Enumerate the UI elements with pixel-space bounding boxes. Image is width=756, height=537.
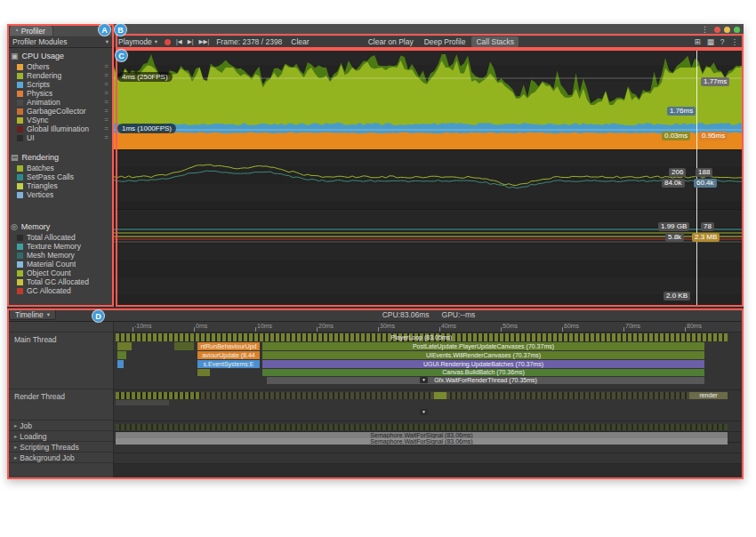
frame-playhead[interactable]: [696, 48, 697, 307]
legend-item-total-allocated[interactable]: Total Allocated: [7, 233, 113, 242]
timeline-bar[interactable]: render: [689, 392, 728, 399]
thread-row-scripting-threads[interactable]: ▸Scripting Threads: [7, 442, 113, 453]
legend-label: Global Illumination: [27, 124, 89, 133]
legend-item-triangles[interactable]: Triangles: [7, 181, 113, 190]
drag-handle-icon[interactable]: =: [104, 99, 109, 106]
timeline-bar[interactable]: Semaphore.WaitForSignal (83.06ms): [116, 432, 728, 438]
timeline-bar[interactable]: PlayerLoop (83.05ms): [116, 333, 728, 341]
legend-item-global-illumination[interactable]: Global Illumination=: [7, 124, 113, 133]
legend-item-physics[interactable]: Physics=: [7, 89, 113, 98]
drag-handle-icon[interactable]: =: [104, 81, 109, 88]
timeline-bar[interactable]: [197, 369, 210, 376]
window-menu-icon[interactable]: ⋮: [701, 26, 709, 34]
deep-profile-toggle[interactable]: Deep Profile: [420, 36, 470, 47]
legend-item-texture-memory[interactable]: Texture Memory: [7, 242, 113, 251]
row-separator: [114, 421, 744, 421]
thread-row-loading[interactable]: ▸Loading: [7, 431, 113, 442]
expand-arrow-icon[interactable]: ▸: [14, 454, 17, 461]
memory-chart[interactable]: 1.99 GB785.8k2.3 MB2.0 KB: [114, 209, 744, 307]
timeline-bar[interactable]: ntRunBehaviourUpd: [197, 342, 260, 350]
legend-item-vertices[interactable]: Vertices: [7, 190, 113, 199]
module-header-cpu-usage[interactable]: ▣CPU Usage: [7, 50, 113, 62]
timeline-bar[interactable]: [434, 392, 446, 399]
clear-button[interactable]: Clear: [286, 36, 313, 47]
ruler-tick: [501, 327, 502, 332]
timeline-view-dropdown[interactable]: Timeline ▾: [9, 309, 56, 320]
legend-item-vsync[interactable]: VSync=: [7, 116, 113, 124]
record-button[interactable]: [162, 36, 173, 47]
value-badge: 0.03ms: [662, 132, 690, 140]
timeline-bar[interactable]: s.EventSystems:E: [197, 360, 260, 368]
legend-item-rendering[interactable]: Rendering=: [7, 71, 113, 80]
timeline-bar[interactable]: UIEvents.WillRenderCanvases (70.37ms): [262, 351, 704, 359]
module-header-rendering[interactable]: ▤Rendering: [7, 151, 113, 164]
timeline-bar[interactable]: [116, 392, 728, 399]
legend-item-garbagecollector[interactable]: GarbageCollector=: [7, 107, 113, 116]
timeline-bar[interactable]: [117, 351, 126, 359]
timeline-bar[interactable]: [117, 342, 132, 350]
timeline-bar[interactable]: [116, 400, 169, 405]
expand-arrow-icon[interactable]: ▸: [14, 433, 17, 440]
legend-item-others[interactable]: Others=: [7, 62, 113, 71]
thread-row-render-thread[interactable]: Render Thread: [7, 389, 113, 421]
timeline-bar[interactable]: [116, 424, 728, 430]
cpu-usage-chart[interactable]: 4ms (250FPS) 1ms (1000FPS) 1.77ms1.76ms0…: [114, 48, 744, 149]
thread-row-job[interactable]: ▸Job: [7, 421, 113, 431]
drag-handle-icon[interactable]: =: [104, 90, 109, 97]
legend-item-material-count[interactable]: Material Count: [7, 260, 113, 268]
legend-item-animation[interactable]: Animation=: [7, 98, 113, 107]
minimize-window-button[interactable]: [724, 27, 730, 33]
last-frame-button[interactable]: ▶▶|: [196, 36, 212, 47]
maximize-window-button[interactable]: [734, 27, 740, 33]
collapsed-items-marker-icon[interactable]: ▼: [420, 409, 428, 415]
legend-color-swatch: [17, 192, 23, 198]
next-frame-button[interactable]: ▶|: [185, 36, 197, 47]
close-window-button[interactable]: [714, 27, 720, 33]
timeline-bar[interactable]: [116, 392, 200, 399]
legend-item-mesh-memory[interactable]: Mesh Memory: [7, 251, 113, 260]
timeline-bar[interactable]: UGUI.Rendering.UpdateBatches (70.37ms): [262, 360, 704, 368]
legend-item-batches[interactable]: Batches: [7, 164, 113, 172]
collapsed-items-marker-icon[interactable]: ▼: [420, 377, 428, 383]
legend-item-ui[interactable]: UI=: [7, 133, 113, 142]
legend-item-gc-allocated[interactable]: GC Allocated: [7, 286, 113, 295]
rendering-chart[interactable]: 20618884.0k60.4k: [114, 149, 744, 209]
thread-row-background-job[interactable]: ▸Background Job: [7, 453, 113, 463]
timeline-bar-label: Semaphore.WaitForSignal (83.06ms): [116, 438, 728, 445]
timeline-bar[interactable]: [117, 360, 124, 368]
drag-handle-icon[interactable]: =: [104, 134, 109, 141]
tab-profiler[interactable]: ◔ Profiler: [9, 25, 53, 36]
drag-handle-icon[interactable]: =: [104, 108, 109, 115]
help-icon[interactable]: ?: [720, 37, 725, 46]
timeline-bar[interactable]: [174, 342, 194, 350]
legend-item-scripts[interactable]: Scripts=: [7, 80, 113, 89]
thread-row-main-thread[interactable]: Main Thread: [7, 333, 113, 389]
legend-item-total-gc-allocated[interactable]: Total GC Allocated: [7, 277, 113, 286]
drag-handle-icon[interactable]: =: [104, 63, 109, 70]
grid-icon[interactable]: ▦: [707, 37, 714, 46]
row-separator: [114, 389, 744, 390]
timeline-bar[interactable]: PostLateUpdate.PlayerUpdateCanvases (70.…: [262, 342, 704, 350]
legend-item-setpass-calls[interactable]: SetPass Calls: [7, 172, 113, 181]
timeline-bar[interactable]: aviourUpdate (8.44: [197, 351, 260, 359]
expand-arrow-icon[interactable]: ▸: [14, 422, 17, 429]
drag-handle-icon[interactable]: =: [104, 116, 109, 124]
playmode-dropdown[interactable]: Playmode ▾: [114, 36, 162, 47]
timeline-bar[interactable]: Gfx.WaitForRenderThread (70.35ms): [267, 377, 704, 384]
timeline-canvas[interactable]: -10ms0ms10ms20ms30ms40ms50ms60ms70ms80ms…: [114, 322, 744, 479]
more-menu-icon[interactable]: ⋮: [731, 37, 739, 46]
legend-item-object-count[interactable]: Object Count: [7, 268, 113, 277]
first-frame-button[interactable]: |◀: [173, 36, 185, 47]
timeline-body: Main ThreadRender Thread▸Job▸Loading▸Scr…: [7, 322, 744, 479]
profiler-modules-dropdown[interactable]: Profiler Modules ▾: [7, 36, 114, 47]
expand-arrow-icon[interactable]: ▸: [14, 444, 17, 451]
timeline-bar[interactable]: Semaphore.WaitForSignal (83.06ms): [116, 438, 728, 445]
clear-on-play-toggle[interactable]: Clear on Play: [364, 36, 418, 47]
drag-handle-icon[interactable]: =: [104, 125, 109, 132]
pane-icon[interactable]: ⊞: [695, 37, 701, 46]
module-header-memory[interactable]: ◎Memory: [7, 220, 113, 233]
timeline-bar[interactable]: Canvas.BuildBatch (70.36ms): [262, 369, 704, 376]
drag-handle-icon[interactable]: =: [104, 72, 109, 79]
call-stacks-toggle[interactable]: Call Stacks: [471, 36, 519, 47]
timeline-bar-label: PlayerLoop (83.05ms): [116, 333, 728, 341]
